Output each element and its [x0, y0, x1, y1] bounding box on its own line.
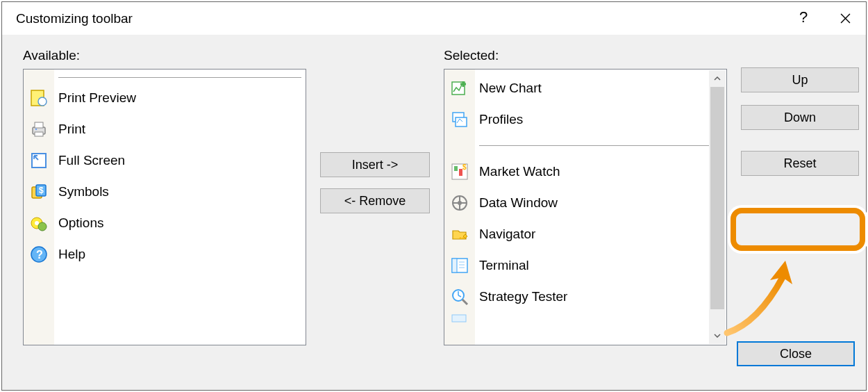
transfer-buttons: Insert -> <- Remove: [320, 48, 430, 376]
print-icon: [30, 120, 48, 138]
insert-button[interactable]: Insert ->: [320, 152, 430, 177]
remove-button-label: <- Remove: [344, 194, 406, 209]
svg-text:$: $: [39, 186, 44, 195]
scroll-down-button[interactable]: [709, 327, 726, 344]
reset-button[interactable]: Reset: [741, 151, 859, 176]
selected-listbox[interactable]: $ New Chart Profiles Market Watch Data W…: [444, 69, 727, 345]
list-item-label: New Chart: [479, 81, 542, 96]
svg-rect-6: [35, 132, 43, 136]
list-item[interactable]: New Chart: [475, 72, 726, 104]
up-button[interactable]: Up: [741, 67, 859, 92]
highlight-annotation: [731, 208, 865, 251]
list-item[interactable]: Options: [54, 207, 306, 238]
selected-label: Selected:: [444, 48, 727, 63]
terminal-icon: [451, 256, 469, 275]
svg-text:?: ?: [36, 249, 43, 261]
svg-text:$: $: [462, 163, 467, 171]
list-item-label: Full Screen: [58, 153, 125, 168]
scrollbar[interactable]: [709, 70, 726, 344]
options-icon: [30, 214, 48, 232]
list-item[interactable]: Strategy Tester: [475, 281, 726, 312]
svg-rect-23: [454, 166, 458, 171]
list-item[interactable]: Navigator: [475, 218, 726, 250]
list-item-label: Terminal: [479, 258, 529, 273]
svg-point-14: [38, 222, 47, 231]
help-button[interactable]: ?: [783, 2, 824, 35]
list-item-label: Navigator: [479, 227, 535, 242]
list-item[interactable]: Market Watch: [475, 156, 726, 187]
separator[interactable]: [475, 135, 726, 156]
customize-toolbar-dialog: Customizing toolbar ? Available: $: [1, 1, 867, 391]
svg-rect-40: [452, 315, 466, 322]
scroll-up-button[interactable]: [709, 70, 726, 87]
scroll-thumb[interactable]: [710, 87, 724, 309]
list-item[interactable]: Symbols: [54, 176, 306, 207]
list-item-label: Profiles: [479, 112, 523, 127]
svg-rect-32: [452, 259, 457, 272]
list-item-label: Options: [58, 215, 103, 231]
list-item-label: Print: [58, 122, 85, 137]
svg-rect-5: [35, 122, 43, 128]
close-button-label: Close: [780, 347, 812, 361]
svg-marker-41: [770, 261, 792, 284]
close-icon: [840, 13, 851, 24]
new-chart-icon: [451, 79, 469, 97]
list-item[interactable]: Print Preview: [54, 82, 306, 113]
svg-point-13: [35, 221, 39, 225]
market-watch-icon: $: [451, 163, 469, 181]
profiles-icon: [451, 111, 469, 129]
close-button[interactable]: Close: [737, 341, 855, 366]
dialog-title: Customizing toolbar: [16, 11, 133, 26]
list-item-label: Symbols: [58, 184, 109, 199]
data-window-icon: [451, 194, 469, 212]
available-column: Available: $ ? Print Preview: [23, 48, 306, 376]
strategy-tester-icon: [451, 288, 469, 306]
available-label: Available:: [23, 48, 306, 63]
partial-icon: [451, 313, 469, 326]
svg-point-7: [35, 128, 37, 129]
symbols-icon: $: [30, 183, 48, 201]
list-item[interactable]: Print: [54, 113, 306, 145]
remove-button[interactable]: <- Remove: [320, 188, 430, 213]
selected-icon-gutter: $: [444, 70, 475, 345]
down-button[interactable]: Down: [741, 105, 859, 130]
up-button-label: Up: [792, 73, 808, 88]
list-item[interactable]: Profiles: [475, 104, 726, 135]
list-item[interactable]: Help: [54, 238, 306, 270]
insert-button-label: Insert ->: [352, 158, 399, 172]
list-item-label: Help: [58, 247, 85, 262]
help-icon: ?: [30, 245, 48, 263]
svg-point-29: [458, 201, 462, 205]
fullscreen-icon: [30, 152, 48, 170]
list-item[interactable]: Full Screen: [54, 145, 306, 176]
svg-point-3: [38, 97, 47, 106]
down-button-label: Down: [784, 111, 816, 125]
available-icon-gutter: $ ?: [24, 70, 54, 345]
close-window-button[interactable]: [824, 2, 866, 35]
list-item-label: Market Watch: [479, 164, 560, 179]
order-buttons-column: Up Down Reset Close: [741, 48, 859, 376]
chevron-down-icon: [714, 334, 721, 338]
list-item[interactable]: Terminal: [475, 250, 726, 281]
list-item-label: Print Preview: [58, 90, 136, 106]
chevron-up-icon: [714, 76, 721, 81]
reset-button-label: Reset: [783, 156, 816, 171]
arrow-annotation-icon: [720, 256, 803, 340]
print-preview-icon: [30, 89, 48, 107]
separator: [54, 72, 306, 82]
list-item-label: Data Window: [479, 195, 558, 211]
available-listbox[interactable]: $ ? Print Preview Print Full Screen Symb…: [23, 69, 306, 345]
titlebar: Customizing toolbar ?: [2, 2, 866, 35]
list-item[interactable]: Data Window: [475, 187, 726, 218]
selected-column: Selected: $ New Chart: [444, 48, 727, 376]
navigator-icon: [451, 225, 469, 243]
list-item-label: Strategy Tester: [479, 289, 567, 304]
svg-line-39: [462, 300, 467, 304]
